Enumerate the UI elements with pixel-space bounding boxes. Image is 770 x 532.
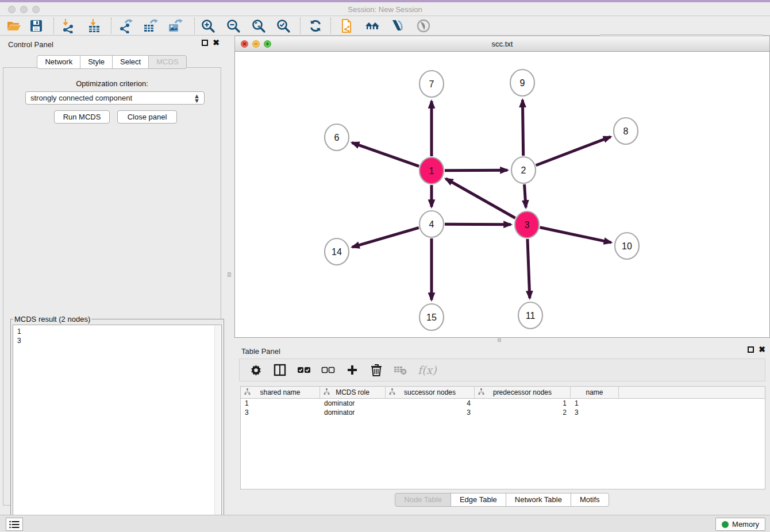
style-visibility-icon[interactable]	[389, 18, 406, 34]
close-panel-icon[interactable]: ✖	[213, 40, 220, 46]
control-panel-tabs: Network Style Select MCDS	[0, 55, 224, 69]
result-scrollbar[interactable]	[214, 326, 221, 530]
delete-table-icon-disabled	[394, 363, 407, 377]
graph-node-label-15: 15	[426, 313, 437, 322]
cell-predecessor-nodes: 2	[475, 408, 571, 417]
cell-successor-nodes: 4	[386, 399, 475, 408]
network-canvas[interactable]: 1234678910111415	[234, 52, 770, 338]
table-settings-gear-icon[interactable]	[249, 363, 263, 377]
tab-motifs[interactable]: Motifs	[571, 493, 609, 507]
node-table[interactable]: shared name MCDS role successor nodes pr…	[240, 386, 765, 489]
graph-edge-2-9[interactable]	[522, 100, 523, 156]
select-stepper-icon: ▲▼	[194, 94, 199, 103]
tab-select[interactable]: Select	[112, 55, 149, 69]
column-visibility-icon[interactable]	[273, 363, 287, 377]
table-row[interactable]: 3 dominator 3 2 3	[241, 408, 765, 417]
graph-edge-2-8[interactable]	[536, 137, 611, 165]
table-panel: Table Panel ✖ f(x)	[234, 342, 770, 515]
mcds-panel: Optimization criterion: strongly connect…	[3, 67, 221, 506]
graph-edge-4-3[interactable]	[445, 224, 511, 225]
memory-label: Memory	[732, 520, 759, 529]
mcds-result-title: MCDS result (2 nodes)	[13, 315, 91, 323]
tab-style[interactable]: Style	[80, 55, 113, 69]
cell-name: 1	[571, 399, 619, 408]
network-graph[interactable]: 1234678910111415	[235, 52, 769, 337]
graph-edge-4-14[interactable]	[352, 228, 419, 247]
graph-edge-3-10[interactable]	[540, 228, 611, 242]
cell-shared-name: 1	[241, 399, 320, 408]
graph-node-label-6: 6	[334, 133, 340, 142]
tab-edge-table[interactable]: Edge Table	[451, 493, 506, 507]
optimization-criterion-select[interactable]: strongly connected component ▲▼	[25, 91, 205, 105]
import-table-icon[interactable]	[86, 18, 103, 34]
selected-criterion: strongly connected component	[30, 94, 194, 102]
table-header-row: shared name MCDS role successor nodes pr…	[241, 387, 765, 399]
refresh-icon[interactable]	[307, 18, 324, 34]
optimization-criterion-label: Optimization criterion:	[3, 79, 221, 88]
tab-mcds[interactable]: MCDS	[148, 55, 186, 69]
mcds-result-group: MCDS result (2 nodes) 1 3	[10, 315, 224, 532]
network-overview-icon[interactable]	[364, 18, 381, 34]
export-network-icon[interactable]	[117, 18, 134, 34]
graph-edge-3-1[interactable]	[446, 179, 515, 218]
graph-node-label-7: 7	[429, 79, 434, 89]
tab-node-table[interactable]: Node Table	[395, 493, 451, 507]
export-table-icon[interactable]	[142, 18, 159, 34]
task-history-button[interactable]	[6, 518, 23, 531]
horizontal-splitter[interactable]	[234, 338, 770, 342]
hierarchy-icon	[478, 388, 484, 396]
zoom-fit-icon[interactable]	[250, 18, 267, 34]
add-column-icon[interactable]	[345, 363, 359, 377]
table-panel-title: Table Panel	[241, 347, 280, 356]
window-title: Session: New Session	[0, 5, 770, 14]
zoom-in-icon[interactable]	[199, 18, 217, 34]
zoom-selected-icon[interactable]	[275, 18, 292, 34]
column-header-shared-name[interactable]: shared name	[241, 387, 320, 398]
export-image-icon[interactable]	[167, 18, 184, 34]
graph-edge-1-2[interactable]	[445, 170, 507, 171]
graph-edge-1-6[interactable]	[352, 142, 419, 166]
network-window-titlebar[interactable]: ✕ − + scc.txt	[234, 36, 770, 52]
delete-column-icon[interactable]	[369, 363, 383, 377]
graph-node-label-4: 4	[429, 219, 434, 229]
float-table-panel-icon[interactable]	[748, 346, 754, 353]
column-header-successor-nodes[interactable]: successor nodes	[386, 387, 475, 398]
graph-edge-3-11[interactable]	[528, 239, 530, 298]
main-toolbar	[0, 16, 770, 36]
cell-name: 3	[571, 408, 619, 417]
graph-node-label-3: 3	[525, 220, 530, 230]
memory-button[interactable]: Memory	[715, 518, 765, 531]
column-header-mcds-role[interactable]: MCDS role	[320, 387, 386, 398]
control-panel: Control Panel ✖ Network Style Select MCD…	[0, 36, 224, 515]
table-toolbar: f(x)	[239, 358, 765, 381]
result-line: 3	[17, 336, 221, 345]
deselect-all-rows-icon[interactable]	[321, 363, 335, 377]
vertical-splitter[interactable]	[224, 36, 234, 515]
graph-node-label-11: 11	[526, 311, 536, 321]
import-network-icon[interactable]	[59, 18, 76, 34]
graph-node-label-2: 2	[521, 165, 526, 175]
zoom-out-icon[interactable]	[225, 18, 242, 34]
close-panel-button[interactable]: Close panel	[117, 110, 177, 124]
run-mcds-button[interactable]: Run MCDS	[54, 110, 110, 124]
float-panel-icon[interactable]	[202, 40, 208, 46]
graph-node-label-9: 9	[520, 78, 525, 88]
splitter-grip[interactable]	[498, 338, 501, 342]
column-header-name[interactable]: name	[571, 387, 619, 398]
select-all-rows-icon[interactable]	[297, 363, 311, 377]
splitter-grip[interactable]	[228, 272, 231, 277]
close-table-panel-icon[interactable]: ✖	[759, 346, 765, 353]
clone-network-icon[interactable]	[338, 18, 356, 34]
mcds-result-text[interactable]: 1 3	[13, 325, 222, 531]
cell-mcds-role: dominator	[320, 399, 386, 408]
tab-network[interactable]: Network	[37, 55, 80, 69]
open-file-icon[interactable]	[5, 18, 22, 34]
column-header-predecessor-nodes[interactable]: predecessor nodes	[475, 387, 571, 398]
save-session-icon[interactable]	[28, 18, 45, 34]
graph-edge-2-3[interactable]	[525, 184, 526, 207]
table-row[interactable]: 1 dominator 4 1 1	[241, 399, 765, 408]
control-panel-title: Control Panel	[8, 40, 53, 49]
tab-network-table[interactable]: Network Table	[506, 493, 571, 507]
hierarchy-icon	[244, 388, 251, 396]
function-builder-icon-disabled: f(x)	[418, 364, 437, 376]
